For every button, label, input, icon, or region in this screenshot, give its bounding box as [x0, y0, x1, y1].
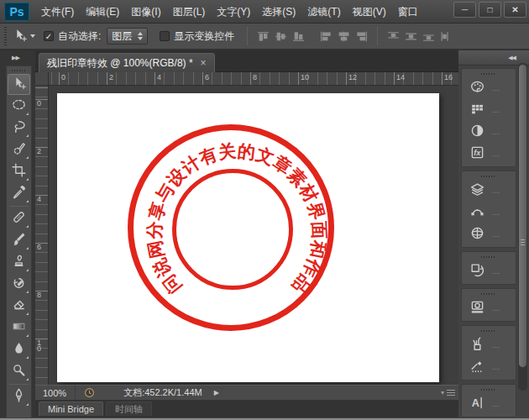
minimize-button[interactable]: ─ [453, 2, 476, 18]
distribute-top-edges-button[interactable] [385, 28, 402, 45]
tool-gradient-tool[interactable] [8, 318, 30, 339]
auto-select-label: 自动选择: [58, 29, 101, 44]
document-tab-title: 残旧印章特效 @ 100%(RGB/8) * [47, 56, 193, 71]
dock-paths-panel-button[interactable]: … [462, 202, 516, 223]
flyout-triangle-icon [26, 225, 29, 228]
options-separator [377, 27, 378, 45]
auto-select-checkbox[interactable]: ✓ [44, 31, 54, 41]
distribute-left-edges-button[interactable] [437, 28, 455, 45]
panel-dock: ◀◀ ………fx……………………A… [458, 50, 529, 417]
menu-item-4[interactable]: 文字(Y) [211, 0, 256, 24]
dock-group-grip[interactable] [481, 389, 496, 391]
auto-select-target-value: 图层 [112, 29, 132, 44]
dock-adjustments-panel-button[interactable]: … [462, 121, 516, 143]
distribute-vertical-centers-button[interactable] [402, 28, 420, 45]
canvas[interactable]: 问说网分享与设计有关的文章素材界面和作品 [57, 93, 439, 382]
dock-group-grip[interactable] [481, 330, 496, 332]
dock-group: … [461, 251, 516, 285]
dock-history-panel-button[interactable]: … [462, 260, 516, 282]
tab-mini-bridge[interactable]: Mini Bridge [39, 402, 103, 416]
vertical-ruler[interactable]: 024681 0 [35, 86, 49, 385]
tool-history-brush-tool[interactable] [8, 274, 30, 295]
align-bottom-edges-button[interactable] [290, 28, 307, 45]
clone-stamp-tool-icon [11, 253, 27, 272]
tool-quick-selection-tool[interactable] [8, 139, 30, 160]
tool-lasso-tool[interactable] [8, 118, 30, 139]
tool-elliptical-marquee-tool[interactable] [8, 96, 30, 117]
flyout-triangle-icon [26, 200, 29, 202]
align-vertical-centers-button[interactable] [272, 28, 290, 45]
menu-item-2[interactable]: 图像(I) [125, 0, 166, 24]
tool-pen-tool[interactable] [8, 386, 30, 407]
menu-item-1[interactable]: 编辑(E) [80, 0, 125, 24]
dock-color-panel-button[interactable]: … [462, 77, 516, 99]
auto-select-target-dropdown[interactable]: 图层 [107, 28, 148, 45]
tool-dodge-tool[interactable] [8, 361, 30, 382]
dock-scrollbar-thumb[interactable] [519, 65, 526, 367]
brush-tool-icon [11, 231, 27, 250]
show-transform-label: 显示变换控件 [174, 29, 234, 44]
menu-bar: 文件(F)编辑(E)图像(I)图层(L)文字(Y)选择(S)滤镜(T)视图(V)… [35, 0, 424, 24]
menu-item-0[interactable]: 文件(F) [35, 0, 80, 24]
toolbar-expand-icon[interactable]: ▶▶ [12, 55, 19, 61]
document-tab[interactable]: 残旧印章特效 @ 100%(RGB/8) * × [39, 53, 215, 72]
flyout-triangle-icon [26, 403, 29, 406]
dock-swatches-panel-button[interactable]: … [462, 99, 516, 121]
tool-preset-picker[interactable] [12, 27, 35, 46]
tool-brush-tool[interactable] [8, 230, 30, 251]
status-expand-icon[interactable]: ▶ [214, 389, 219, 396]
gradient-tool-icon [11, 318, 27, 338]
maximize-button[interactable]: □ [479, 2, 501, 18]
menu-item-6[interactable]: 滤镜(T) [301, 0, 346, 24]
dock-scrollbar[interactable] [518, 63, 527, 391]
tool-crop-tool[interactable] [8, 161, 30, 182]
dock-character-panel-button[interactable]: A… [462, 393, 516, 415]
dock-brush-panel-button[interactable]: … [462, 334, 516, 356]
dodge-tool-icon [11, 362, 27, 381]
tool-move-tool[interactable] [8, 74, 30, 95]
tool-clone-stamp-tool[interactable] [8, 252, 30, 273]
close-icon[interactable]: × [201, 58, 207, 68]
dock-group-grip[interactable] [481, 256, 496, 258]
distribute-bottom-edges-button[interactable] [420, 28, 437, 45]
dock-layers-panel-button[interactable]: … [462, 180, 516, 202]
ruler-corner[interactable] [35, 72, 49, 86]
align-left-edges-button[interactable] [317, 28, 335, 45]
layers-panel-icon [469, 181, 485, 201]
dock-clone-source-panel-button[interactable]: … [462, 297, 516, 319]
tool-blur-tool[interactable] [8, 339, 30, 360]
dock-group-grip[interactable] [481, 73, 496, 75]
photoshop-logo: Ps [4, 3, 29, 21]
dock-channels-panel-button[interactable]: … [462, 223, 516, 245]
dock-styles-panel-button[interactable]: fx… [462, 143, 516, 165]
align-top-edges-button[interactable] [254, 28, 272, 45]
dock-collapse-icon[interactable]: ◀◀ [508, 55, 516, 61]
tool-eraser-tool[interactable] [8, 296, 30, 317]
options-bar: ✓ 自动选择: 图层 显示变换控件 [0, 24, 529, 50]
dock-group-grip[interactable] [481, 176, 496, 177]
dock-panel-label: … [492, 128, 500, 136]
tool-spot-healing-brush-tool[interactable] [8, 208, 30, 229]
options-bar-grip[interactable] [4, 27, 7, 45]
tool-eyedropper-tool[interactable] [8, 183, 30, 204]
menu-item-8[interactable]: 窗口 [392, 0, 424, 24]
tools-panel-grip[interactable] [12, 70, 27, 71]
tab-timeline[interactable]: 时间轴 [106, 402, 152, 416]
updown-arrows-icon [138, 32, 143, 40]
show-transform-checkbox[interactable] [160, 31, 170, 41]
close-button[interactable]: ✕ [504, 2, 526, 18]
statusbar-grip-icon[interactable]: ▾ [441, 389, 455, 396]
dock-group-grip[interactable] [481, 293, 496, 295]
zoom-level-field[interactable]: 100% [35, 386, 76, 400]
menu-item-3[interactable]: 图层(L) [167, 0, 212, 24]
adjustments-panel-icon [469, 123, 485, 142]
menu-item-5[interactable]: 选择(S) [256, 0, 301, 24]
align-horizontal-centers-button[interactable] [335, 28, 353, 45]
menu-item-7[interactable]: 视图(V) [347, 0, 392, 24]
align-tools [240, 27, 455, 45]
vruler-label: 1 0 [37, 340, 41, 352]
align-right-edges-button[interactable] [353, 28, 370, 45]
brush-panel-icon [469, 336, 485, 355]
horizontal-ruler[interactable]: 0246810121416 [49, 72, 458, 86]
dock-brush-presets-panel-button[interactable]: … [462, 356, 516, 378]
